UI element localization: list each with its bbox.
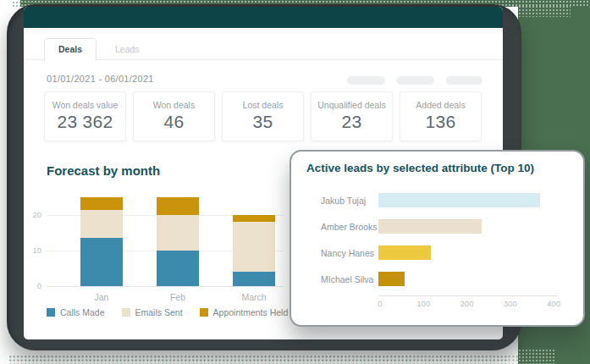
kpi-label: Lost deals (223, 100, 303, 110)
x-axis-category-label: Jan (80, 292, 123, 302)
y-axis-tick-label: 10 (25, 245, 41, 255)
leads-row: Nancy Hanes (291, 240, 583, 266)
kpi-label: Won deals (134, 100, 214, 110)
active-leads-title: Active leads by selected attribute (Top … (306, 162, 534, 174)
bar-segment-appointments-held (233, 215, 275, 222)
kpi-row: Won deals value 23 362 Won deals 46 Lost… (44, 91, 482, 141)
legend-item: Calls Made (47, 307, 105, 317)
legend-item: Appointments Held (200, 307, 289, 317)
x-axis-tick-label: 200 (455, 299, 480, 308)
leads-row-label: Nancy Hanes (291, 248, 378, 258)
kpi-card-won-deals: Won deals 46 (133, 91, 215, 141)
y-axis-tick-label: 20 (25, 210, 41, 219)
window-titlebar (24, 7, 503, 28)
x-axis-tick-label: 0 (367, 299, 393, 308)
bar-segment-emails-sent (233, 222, 275, 272)
bar-segment-appointments-held (80, 197, 123, 210)
dot-pattern-top-right (511, 5, 571, 17)
kpi-label: Won deals value (45, 100, 125, 110)
tab-deals[interactable]: Deals (44, 38, 96, 61)
leads-bar-track (378, 193, 583, 207)
dot-pattern-bottom-right (508, 349, 554, 364)
toolbar-placeholder-1 (347, 76, 385, 85)
leads-bar-track (378, 272, 583, 286)
legend-label: Calls Made (60, 307, 105, 317)
bar-segment-calls-made (80, 238, 123, 286)
leads-row: Jakub Tujaj (291, 187, 583, 213)
leads-row-label: Amber Brooks (291, 222, 378, 232)
legend-label: Emails Sent (135, 307, 183, 317)
leads-rows: Jakub TujajAmber BrooksNancy HanesMIchae… (291, 187, 583, 292)
hero-mockup: Deals Leads 01/01/2021 - 06/01/2021 Won … (0, 0, 590, 364)
leads-bar (378, 193, 540, 207)
y-axis-tick-label: 0 (25, 281, 41, 290)
legend-item: Emails Sent (122, 307, 183, 317)
kpi-card-won-deals-value: Won deals value 23 362 (44, 91, 126, 141)
bar-segment-emails-sent (157, 215, 199, 251)
bar-segment-calls-made (157, 251, 199, 286)
bar-segment-appointments-held (157, 197, 199, 215)
kpi-card-lost-deals: Lost deals 35 (222, 91, 304, 141)
kpi-value: 23 (312, 112, 392, 132)
x-axis-tick-label: 100 (411, 299, 436, 308)
leads-bar (378, 245, 431, 260)
leads-bar (378, 272, 405, 286)
x-axis-category-label: March (233, 292, 275, 302)
legend-swatch (200, 308, 208, 317)
leads-axis-line (378, 295, 558, 296)
date-range-filter[interactable]: 01/01/2021 - 06/01/2021 (47, 74, 154, 84)
leads-row-label: Jakub Tujaj (291, 196, 378, 206)
leads-bar-track (378, 245, 583, 260)
dot-pattern-bottom (8, 355, 523, 364)
kpi-card-unqualified-deals: Unqualified deals 23 (311, 91, 393, 141)
kpi-value: 136 (400, 112, 481, 132)
leads-bar (378, 219, 482, 234)
legend-swatch (122, 308, 130, 317)
kpi-card-added-deals: Added deals 136 (400, 91, 482, 141)
leads-row: MIchael Silva (291, 266, 583, 292)
kpi-value: 46 (134, 112, 214, 132)
bar-segment-calls-made (233, 272, 275, 286)
x-axis-category-label: Feb (157, 292, 199, 302)
kpi-label: Added deals (400, 100, 481, 110)
kpi-value: 35 (223, 112, 303, 132)
x-axis-tick-label: 300 (498, 299, 523, 308)
leads-bar-track (378, 219, 583, 234)
kpi-value: 23 362 (45, 112, 125, 132)
toolbar-placeholder-2 (396, 76, 434, 85)
leads-row-label: MIchael Silva (291, 274, 378, 284)
forecast-legend: Calls MadeEmails SentAppointments Held (47, 307, 288, 317)
x-axis-tick-label: 400 (541, 299, 566, 308)
toolbar-placeholder-3 (446, 76, 482, 85)
legend-swatch (47, 308, 55, 317)
forecast-plot: 01020JanFebMarch (47, 176, 285, 303)
tab-bar: Deals Leads (24, 38, 503, 60)
kpi-label: Unqualified deals (312, 100, 392, 110)
tab-leads[interactable]: Leads (96, 38, 158, 60)
legend-label: Appointments Held (213, 307, 289, 317)
active-leads-card: Active leads by selected attribute (Top … (289, 150, 585, 327)
leads-row: Amber Brooks (291, 213, 583, 240)
bar-segment-emails-sent (80, 210, 123, 239)
gridline (47, 286, 284, 287)
